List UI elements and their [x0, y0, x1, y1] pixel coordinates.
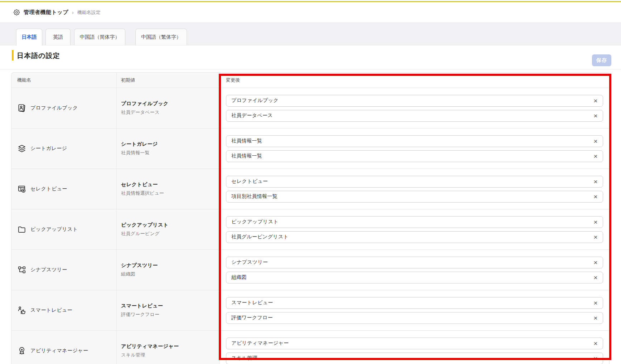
initial-value-cell: シートガレージ 社員情報一覧 — [117, 128, 220, 169]
column-header-feature: 機能名 — [11, 73, 117, 88]
initial-description-label: 社員情報一覧 — [121, 150, 220, 156]
sheet-garage-icon — [17, 144, 27, 153]
changed-name-input-group: × — [226, 95, 603, 107]
clear-icon[interactable]: × — [590, 191, 601, 202]
clear-icon[interactable]: × — [590, 272, 601, 283]
initial-value-cell: アビリティマネージャー スキル管理 — [117, 330, 220, 364]
feature-name-table: 機能名 初期値 変更後 プロファイルブック プロファイルブック 社員データベース… — [11, 72, 610, 364]
initial-name-label: セレクトビュー — [121, 181, 220, 188]
feature-name-label: シナプスツリー — [30, 267, 67, 273]
changed-name-input-group: × — [226, 135, 603, 147]
feature-cell: セレクトビュー — [11, 169, 117, 209]
save-button[interactable]: 保存 — [592, 54, 611, 66]
changed-description-input-group: × — [226, 191, 603, 203]
initial-description-label: スキル管理 — [121, 352, 220, 358]
clear-icon[interactable]: × — [590, 95, 601, 106]
changed-description-input[interactable] — [226, 231, 603, 243]
changed-name-input-group: × — [226, 338, 603, 349]
feature-name-label: シートガレージ — [30, 145, 67, 152]
tab-chinese-simplified[interactable]: 中国語（简体字） — [74, 29, 125, 45]
profile-book-icon — [17, 103, 27, 113]
initial-name-label: ピックアップリスト — [121, 222, 220, 228]
page-title: 日本語の設定 — [17, 51, 60, 60]
initial-value-cell: シナプスツリー 組織図 — [117, 249, 220, 290]
smart-review-icon — [17, 306, 27, 315]
changed-description-input-group: × — [226, 110, 603, 122]
changed-description-input-group: × — [226, 231, 603, 243]
changed-value-cell: × × — [220, 330, 609, 364]
changed-description-input[interactable] — [226, 353, 603, 364]
feature-name-label: セレクトビュー — [30, 186, 67, 192]
changed-name-input[interactable] — [226, 297, 603, 309]
feature-cell: シナプスツリー — [11, 249, 117, 290]
changed-value-cell: × × — [220, 128, 609, 169]
select-view-icon — [17, 184, 27, 194]
changed-description-input[interactable] — [226, 272, 603, 283]
changed-name-input[interactable] — [226, 338, 603, 349]
breadcrumb-current: 機能名設定 — [77, 9, 101, 16]
initial-name-label: プロファイルブック — [121, 101, 220, 107]
initial-name-label: シナプスツリー — [121, 262, 220, 269]
admin-feature-name-settings-page: 管理者機能トップ › 機能名設定 日本語 英語 中国語（简体字） 中国語（繁体字… — [0, 0, 621, 364]
changed-name-input[interactable] — [226, 135, 603, 147]
changed-name-input[interactable] — [226, 216, 603, 228]
initial-value-cell: ピックアップリスト 社員グルーピング — [117, 209, 220, 249]
initial-description-label: 社員情報選択ビュー — [121, 190, 220, 196]
changed-value-cell: × × — [220, 290, 609, 330]
changed-value-cell: × × — [220, 169, 609, 209]
changed-name-input-group: × — [226, 176, 603, 188]
feature-name-label: スマートレビュー — [30, 307, 72, 314]
clear-icon[interactable]: × — [590, 297, 601, 309]
initial-description-label: 社員グルーピング — [121, 230, 220, 237]
changed-description-input-group: × — [226, 312, 603, 324]
feature-cell: プロファイルブック — [11, 88, 117, 128]
changed-description-input[interactable] — [226, 150, 603, 162]
clear-icon[interactable]: × — [590, 176, 601, 187]
initial-value-cell: セレクトビュー 社員情報選択ビュー — [117, 169, 220, 209]
clear-icon[interactable]: × — [590, 110, 601, 121]
changed-description-input[interactable] — [226, 312, 603, 324]
changed-description-input-group: × — [226, 353, 603, 364]
feature-cell: アビリティマネージャー — [11, 330, 117, 364]
column-header-changed: 変更後 — [220, 73, 609, 88]
clear-icon[interactable]: × — [590, 232, 601, 243]
language-tabbar: 日本語 英語 中国語（简体字） 中国語（繁体字） — [0, 23, 621, 45]
initial-value-cell: プロファイルブック 社員データベース — [117, 88, 220, 128]
clear-icon[interactable]: × — [590, 312, 601, 324]
changed-name-input[interactable] — [226, 257, 603, 268]
initial-name-label: シートガレージ — [121, 141, 220, 147]
changed-name-input-group: × — [226, 297, 603, 309]
clear-icon[interactable]: × — [590, 257, 601, 268]
tab-japanese[interactable]: 日本語 — [16, 29, 42, 45]
changed-value-cell: × × — [220, 209, 609, 249]
clear-icon[interactable]: × — [590, 338, 601, 349]
changed-description-input-group: × — [226, 272, 603, 283]
initial-name-label: スマートレビュー — [121, 303, 220, 309]
title-accent-bar — [12, 50, 14, 60]
changed-value-cell: × × — [220, 88, 609, 128]
feature-cell: スマートレビュー — [11, 290, 117, 330]
changed-description-input-group: × — [226, 150, 603, 162]
changed-description-input[interactable] — [226, 191, 603, 203]
initial-name-label: アビリティマネージャー — [121, 343, 220, 350]
clear-icon[interactable]: × — [590, 151, 601, 162]
feature-name-label: ピックアップリスト — [30, 226, 78, 233]
clear-icon[interactable]: × — [590, 136, 601, 147]
breadcrumb-root[interactable]: 管理者機能トップ — [24, 9, 68, 16]
feature-cell: ピックアップリスト — [11, 209, 117, 249]
breadcrumb: 管理者機能トップ › 機能名設定 — [0, 2, 621, 23]
changed-name-input[interactable] — [226, 95, 603, 107]
changed-name-input[interactable] — [226, 176, 603, 188]
gear-icon — [13, 9, 20, 16]
pickup-list-icon — [17, 225, 27, 234]
column-header-initial: 初期値 — [117, 73, 220, 88]
ability-manager-icon — [17, 346, 27, 355]
clear-icon[interactable]: × — [590, 353, 601, 364]
changed-description-input[interactable] — [226, 110, 603, 122]
feature-cell: シートガレージ — [11, 128, 117, 169]
tab-chinese-traditional[interactable]: 中国語（繁体字） — [135, 29, 187, 45]
clear-icon[interactable]: × — [590, 217, 601, 228]
initial-description-label: 評価ワークフロー — [121, 311, 220, 318]
feature-name-label: アビリティマネージャー — [30, 348, 88, 354]
tab-english[interactable]: 英語 — [45, 29, 71, 45]
